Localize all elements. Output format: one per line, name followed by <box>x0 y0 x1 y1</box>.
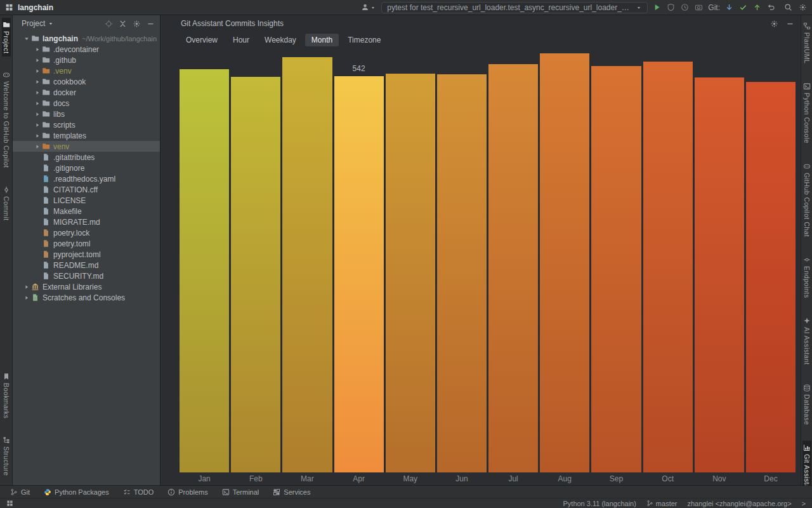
tab-month[interactable]: Month <box>305 34 339 46</box>
bar-dec[interactable] <box>746 82 796 472</box>
plot-area <box>695 48 744 472</box>
tree-row-venv[interactable]: venv <box>13 141 160 152</box>
tree-row-license[interactable]: LICENSE <box>13 195 160 206</box>
tree-row-migrate-md[interactable]: MIGRATE.md <box>13 217 160 227</box>
tool-stripe-database[interactable]: Database <box>802 381 811 428</box>
tree-row-devcontainer[interactable]: .devcontainer <box>13 44 160 55</box>
tree-row-poetry-lock[interactable]: poetry.lock <box>13 227 160 238</box>
tree-row-readme-md[interactable]: README.md <box>13 260 160 271</box>
bar-may[interactable] <box>386 74 435 472</box>
tool-window-button-services[interactable]: Services <box>273 488 310 496</box>
tree-row-docker[interactable]: docker <box>13 87 160 98</box>
bar-nov[interactable] <box>695 77 744 472</box>
tool-stripe-git-assistant-commits-insights[interactable]: Git Assistant Commits Insights <box>802 441 811 485</box>
tool-stripe-endpoints[interactable]: Endpoints <box>802 253 811 301</box>
locate-button[interactable] <box>105 20 113 28</box>
clock-button[interactable] <box>681 3 689 11</box>
status-expand-chevron[interactable]: > <box>802 500 806 507</box>
bar-jun[interactable] <box>437 74 487 472</box>
tool-stripe-github-copilot-chat[interactable]: GitHub Copilot Chat <box>802 159 811 240</box>
bar-apr[interactable] <box>334 76 384 472</box>
play-button[interactable] <box>653 3 661 11</box>
tree-row-langchain[interactable]: langchain~/Work/github/langchain <box>13 33 160 44</box>
tree-row-scratches-and-consoles[interactable]: Scratches and Consoles <box>13 292 160 303</box>
gear-button[interactable] <box>770 20 778 28</box>
folder-icon <box>42 88 50 97</box>
tree-row-github[interactable]: .github <box>13 55 160 65</box>
tool-window-button-python-packages[interactable]: Python Packages <box>44 488 109 496</box>
file-icon <box>42 185 50 194</box>
interpreter-widget[interactable]: Python 3.11 (langchain) <box>563 500 636 507</box>
right-tool-stripe: PlantUMLPython ConsoleGitHub Copilot Cha… <box>801 15 812 485</box>
bar-jul[interactable] <box>488 64 538 472</box>
tree-row-gitignore[interactable]: .gitignore <box>13 163 160 173</box>
tool-stripe-project[interactable]: Project <box>2 18 11 57</box>
chevron-right-icon <box>32 133 42 139</box>
tool-window-button-problems[interactable]: Problems <box>167 488 207 496</box>
arrow-up-button[interactable] <box>753 3 761 11</box>
tool-stripe-ai-assistant[interactable]: AI Assistant <box>802 314 811 368</box>
tab-timezone[interactable]: Timezone <box>341 34 387 46</box>
bar-sep[interactable] <box>591 66 641 472</box>
git-insights-tool-window: Git Assistant Commits Insights OverviewH… <box>160 15 801 485</box>
collapse-button[interactable] <box>119 20 127 28</box>
tool-window-button-todo[interactable]: TODO <box>123 488 154 496</box>
tool-stripe-welcome-to-github-copilot[interactable]: Welcome to GitHub Copilot <box>2 68 11 171</box>
tab-hour[interactable]: Hour <box>226 34 256 46</box>
bar-aug[interactable] <box>540 53 589 472</box>
terminal-icon <box>803 83 811 90</box>
tool-window-button-terminal[interactable]: Terminal <box>222 488 259 496</box>
run-configuration-select[interactable]: pytest for test_recursive_url_loader.tes… <box>381 2 648 13</box>
tool-stripe-commit[interactable]: Commit <box>2 183 11 224</box>
tree-row-cookbook[interactable]: cookbook <box>13 76 160 87</box>
tree-row-venv[interactable]: .venv <box>13 65 160 76</box>
tool-window-button-label: Terminal <box>233 488 259 496</box>
bar-jan[interactable] <box>180 69 229 472</box>
tab-overview[interactable]: Overview <box>180 34 224 46</box>
camera-button[interactable] <box>695 3 703 11</box>
bar-oct[interactable] <box>643 62 693 472</box>
tab-weekday[interactable]: Weekday <box>258 34 303 46</box>
tool-stripe-label: Welcome to GitHub Copilot <box>3 81 10 168</box>
quick-access-icon[interactable] <box>6 500 13 507</box>
tool-stripe-bookmarks[interactable]: Bookmarks <box>2 370 11 422</box>
tool-stripe-label: Python Console <box>803 93 811 144</box>
chart-column-dec: Dec <box>746 48 796 483</box>
chevron-down-icon[interactable] <box>48 20 54 27</box>
tree-row-citation-cff[interactable]: CITATION.cff <box>13 184 160 195</box>
chart-column-may: May <box>386 48 435 483</box>
gear-button[interactable] <box>799 3 807 11</box>
project-panel-title[interactable]: Project <box>22 19 45 28</box>
search-button[interactable] <box>784 3 792 11</box>
tree-row-templates[interactable]: templates <box>13 130 160 141</box>
tree-row-docs[interactable]: docs <box>13 98 160 109</box>
tool-stripe-python-console[interactable]: Python Console <box>802 79 811 147</box>
tree-row-makefile[interactable]: Makefile <box>13 206 160 217</box>
tree-row-readthedocs-yaml[interactable]: .readthedocs.yaml <box>13 173 160 184</box>
rollback-button[interactable] <box>767 3 775 11</box>
bar-feb[interactable] <box>231 77 280 472</box>
tree-row-security-md[interactable]: SECURITY.md <box>13 271 160 281</box>
gear-button[interactable] <box>133 20 141 28</box>
x-axis-label-apr: Apr <box>334 472 384 483</box>
locate-icon <box>105 20 113 28</box>
x-axis-label-jul: Jul <box>488 472 538 483</box>
tree-row-external-libraries[interactable]: External Libraries <box>13 281 160 292</box>
tree-row-scripts[interactable]: scripts <box>13 119 160 130</box>
bar-mar[interactable] <box>282 57 332 472</box>
tree-row-gitattributes[interactable]: .gitattributes <box>13 152 160 163</box>
tool-stripe-structure[interactable]: Structure <box>2 433 11 479</box>
users-button[interactable] <box>361 3 376 11</box>
shield-button[interactable] <box>667 3 675 11</box>
minus-button[interactable] <box>147 20 155 28</box>
check-button[interactable] <box>739 3 747 11</box>
tool-window-button-git[interactable]: Git <box>10 488 30 496</box>
arrow-down-button[interactable] <box>725 3 733 11</box>
minus-button[interactable] <box>786 20 794 28</box>
tree-row-pyproject-toml[interactable]: pyproject.toml <box>13 249 160 260</box>
tree-row-libs[interactable]: libs <box>13 109 160 119</box>
tool-stripe-plantuml[interactable]: PlantUML <box>802 19 811 67</box>
git-branch-widget[interactable]: master <box>646 500 678 507</box>
tree-row-poetry-toml[interactable]: poetry.toml <box>13 238 160 249</box>
interpreter-label: Python 3.11 (langchain) <box>563 500 636 507</box>
